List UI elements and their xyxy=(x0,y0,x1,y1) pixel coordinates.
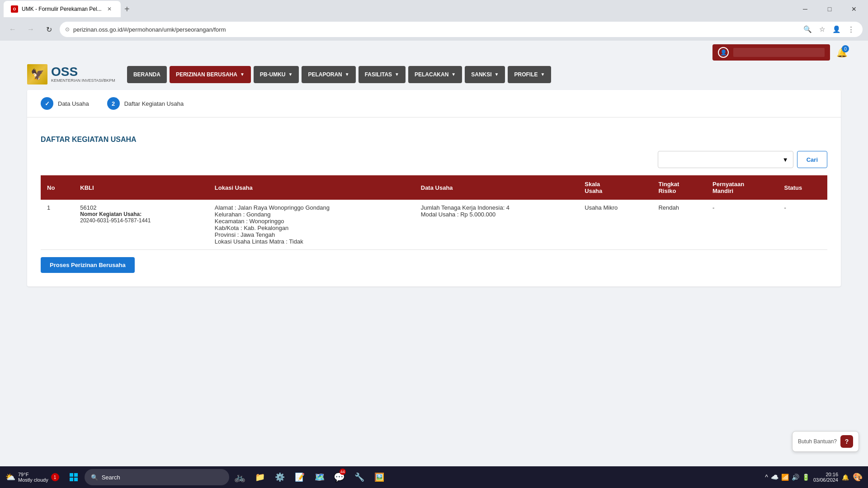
nav-profile-label: PROFILE xyxy=(514,71,538,78)
nav-fasilitas[interactable]: FASILITAS ▼ xyxy=(359,66,406,83)
user-login-box[interactable]: 👤 xyxy=(712,44,830,61)
back-button[interactable]: ← xyxy=(5,22,20,37)
taskbar-search-label: Search xyxy=(102,474,120,481)
active-tab[interactable]: O UMK - Formulir Perekaman Pel... ✕ xyxy=(4,1,121,17)
tab-title: UMK - Formulir Perekaman Pel... xyxy=(22,6,102,12)
close-button[interactable]: ✕ xyxy=(844,2,864,16)
taskbar-image-icon[interactable]: 🖼️ xyxy=(370,468,388,486)
step-1: ✓ Data Usaha xyxy=(41,97,89,110)
browser-addressbar: ← → ↻ ⊙ perizinan.oss.go.id/#/permohonan… xyxy=(0,18,868,41)
bookmark-button[interactable]: ☆ xyxy=(816,23,828,36)
taskbar-tools-icon[interactable]: 🔧 xyxy=(350,468,368,486)
reload-button[interactable]: ↻ xyxy=(42,22,56,37)
help-question-icon: ? xyxy=(840,435,853,448)
fasilitas-chevron-icon: ▼ xyxy=(395,72,399,77)
lokasi-kabkota: Kab/Kota : Kab. Pekalongan xyxy=(215,225,408,231)
oss-header-top: 👤 🔔 0 xyxy=(0,41,868,64)
perizinan-chevron-icon: ▼ xyxy=(240,72,245,77)
taskbar-search-box[interactable]: 🔍 Search xyxy=(85,469,229,485)
lokasi-kecamatan: Kecamatan : Wonopringgo xyxy=(215,218,408,225)
system-tray: ^ ☁️ 📶 🔊 🔋 xyxy=(765,474,810,481)
table-row: 1 56102 Nomor Kegiatan Usaha: 20240-6031… xyxy=(41,200,827,250)
chevron-up-icon[interactable]: ^ xyxy=(765,474,768,481)
taskbar-notif-badge: 1 xyxy=(51,473,59,481)
pb-umku-chevron-icon: ▼ xyxy=(288,72,292,77)
minimize-button[interactable]: ─ xyxy=(795,2,816,16)
oss-logo: 🦅 OSS KEMENTERIAN INVESTASI/BKPM xyxy=(27,64,115,84)
nav-pelacakan[interactable]: PELACAKAN ▼ xyxy=(408,66,462,83)
step-2: 2 Daftar Kegiatan Usaha xyxy=(107,97,184,110)
nav-pelacakan-label: PELACAKAN xyxy=(415,71,448,78)
taskbar-vscode-icon[interactable]: 📝 xyxy=(291,468,309,486)
oss-logo-text: OSS KEMENTERIAN INVESTASI/BKPM xyxy=(51,66,115,83)
taskbar-whatsapp-icon[interactable]: 💬 44 xyxy=(330,468,349,486)
taskbar-folder-icon[interactable]: 📁 xyxy=(251,468,269,486)
tab-area: O UMK - Formulir Perekaman Pel... ✕ + xyxy=(4,1,793,17)
cell-lokasi: Alamat : Jalan Raya Wonopringgo Gondang … xyxy=(208,200,415,250)
cell-data-usaha: Jumlah Tenaga Kerja Indonesia: 4 Modal U… xyxy=(415,200,579,250)
table-body: 1 56102 Nomor Kegiatan Usaha: 20240-6031… xyxy=(41,200,827,250)
col-pernyataan: PernyataanMandiri xyxy=(706,175,778,200)
search-address-button[interactable]: 🔍 xyxy=(801,23,814,36)
nav-perizinan-berusaha[interactable]: PERIZINAN BERUSAHA ▼ xyxy=(170,66,251,83)
nav-sanksi[interactable]: SANKSI ▼ xyxy=(465,66,505,83)
taskbar-chrome-icon[interactable]: ⚙️ xyxy=(271,468,289,486)
nav-pelaporan[interactable]: PELAPORAN ▼ xyxy=(302,66,355,83)
profile-button[interactable]: 👤 xyxy=(830,23,843,36)
table-header-row: No KBLI Lokasi Usaha Data Usaha SkalaUsa… xyxy=(41,175,827,200)
battery-icon: 🔋 xyxy=(802,474,810,481)
taskbar-datetime[interactable]: 20:16 03/06/2024 xyxy=(813,472,838,483)
user-avatar-icon: 👤 xyxy=(718,47,729,58)
search-row: ▼ Cari xyxy=(41,151,827,168)
kbli-number: 56102 xyxy=(80,204,202,211)
oss-brand-sub: KEMENTERIAN INVESTASI/BKPM xyxy=(51,78,115,83)
col-data: Data Usaha xyxy=(415,175,579,200)
oss-brand-name: OSS xyxy=(51,66,115,78)
weather-condition: Mostly cloudy xyxy=(18,477,48,483)
taskbar-color-icon: 🎨 xyxy=(853,472,863,482)
step-1-label: Data Usaha xyxy=(58,100,89,107)
nav-profile[interactable]: PROFILE ▼ xyxy=(508,66,551,83)
taskbar: ⛅ 79°F Mostly cloudy 1 🔍 Search 🚲 📁 ⚙️ � xyxy=(0,466,868,488)
search-select-chevron-icon: ▼ xyxy=(783,156,788,163)
nav-pb-umku[interactable]: PB-UMKU ▼ xyxy=(254,66,299,83)
start-button[interactable] xyxy=(65,468,83,486)
weather-icon: ⛅ xyxy=(5,472,15,482)
nav-pb-umku-label: PB-UMKU xyxy=(260,71,286,78)
address-bar[interactable]: ⊙ perizinan.oss.go.id/#/permohonan/umk/p… xyxy=(60,22,863,37)
cari-button[interactable]: Cari xyxy=(797,151,827,168)
nav-beranda[interactable]: BERANDA xyxy=(127,66,167,83)
forward-button[interactable]: → xyxy=(24,22,38,37)
kegiatan-usaha-table: No KBLI Lokasi Usaha Data Usaha SkalaUsa… xyxy=(41,175,827,250)
menu-button[interactable]: ⋮ xyxy=(844,23,857,36)
sanksi-chevron-icon: ▼ xyxy=(495,72,499,77)
new-tab-button[interactable]: + xyxy=(121,3,133,15)
cell-no: 1 xyxy=(41,200,74,250)
page-content: 👤 🔔 0 🦅 OSS KEMENTERIAN INVESTASI/BKPM B xyxy=(0,41,868,488)
taskbar-right: ^ ☁️ 📶 🔊 🔋 20:16 03/06/2024 🔔 🎨 xyxy=(765,472,863,483)
taskbar-maps-icon[interactable]: 🗺️ xyxy=(311,468,329,486)
cell-risiko: Rendah xyxy=(652,200,706,250)
col-lokasi: Lokasi Usaha xyxy=(208,175,415,200)
nav-fasilitas-label: FASILITAS xyxy=(365,71,392,78)
help-button[interactable]: Butuh Bantuan? ? xyxy=(792,431,859,452)
windows-icon xyxy=(70,473,78,481)
volume-icon: 🔊 xyxy=(792,474,799,481)
maximize-button[interactable]: □ xyxy=(819,2,840,16)
security-icon: ⊙ xyxy=(65,26,70,33)
url-text: perizinan.oss.go.id/#/permohonan/umk/per… xyxy=(73,26,797,33)
nav-beranda-label: BERANDA xyxy=(133,71,160,78)
kbli-search-select[interactable]: ▼ xyxy=(658,151,793,168)
tab-close-button[interactable]: ✕ xyxy=(105,5,113,13)
proses-perizinan-button[interactable]: Proses Perizinan Berusaha xyxy=(41,257,135,273)
data-modal: Modal Usaha : Rp 5.000.000 xyxy=(421,211,572,218)
browser-titlebar: O UMK - Formulir Perekaman Pel... ✕ + ─ … xyxy=(0,0,868,18)
profile-chevron-icon: ▼ xyxy=(541,72,545,77)
taskbar-bike-app[interactable]: 🚲 xyxy=(231,468,249,486)
taskbar-notification-icon[interactable]: 🔔 xyxy=(842,474,849,481)
notification-button[interactable]: 🔔 0 xyxy=(834,44,850,61)
stepper: ✓ Data Usaha 2 Daftar Kegiatan Usaha xyxy=(27,90,841,117)
nav-sanksi-label: SANKSI xyxy=(471,71,491,78)
form-section: DAFTAR KEGIATAN USAHA ▼ Cari No KBLI xyxy=(27,117,841,286)
lokasi-kelurahan: Kelurahan : Gondang xyxy=(215,211,408,218)
